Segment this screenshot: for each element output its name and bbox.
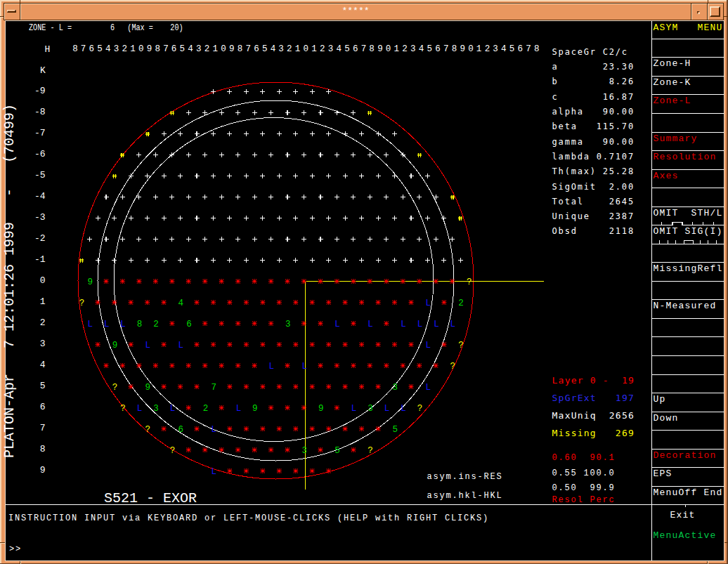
svg-text:L: L [425, 299, 431, 308]
svg-text:1: 1 [311, 44, 317, 54]
svg-text:9: 9 [318, 404, 324, 414]
svg-text:6: 6 [89, 44, 95, 54]
svg-text:9: 9 [252, 404, 258, 414]
svg-text:?: ? [112, 383, 118, 393]
svg-text:?: ? [368, 446, 373, 456]
svg-text:3: 3 [40, 339, 46, 349]
svg-text:8: 8 [155, 44, 160, 54]
svg-text:L: L [434, 320, 439, 329]
svg-text:-9: -9 [34, 86, 46, 96]
svg-text:?: ? [458, 341, 464, 350]
svg-text:L: L [87, 320, 93, 329]
svg-text:3: 3 [392, 383, 398, 393]
svg-text:2: 2 [122, 44, 127, 54]
svg-text:L: L [170, 404, 176, 414]
svg-text:1: 1 [130, 44, 136, 54]
svg-text:4: 4 [178, 299, 183, 308]
svg-text:2: 2 [287, 44, 292, 54]
svg-text:?: ? [467, 277, 472, 287]
svg-text:1: 1 [476, 44, 482, 54]
svg-text:9: 9 [377, 44, 383, 54]
svg-text:3: 3 [285, 320, 291, 329]
svg-text:2: 2 [203, 404, 209, 414]
svg-text:9: 9 [40, 465, 46, 476]
svg-text:2: 2 [40, 317, 46, 328]
svg-text:1: 1 [213, 44, 219, 54]
svg-text:4: 4 [105, 44, 111, 54]
svg-text:6: 6 [40, 402, 46, 412]
svg-text:6: 6 [178, 425, 183, 435]
svg-text:L: L [384, 404, 390, 414]
svg-text:5: 5 [509, 44, 515, 54]
svg-text:L: L [236, 404, 242, 414]
svg-text:3: 3 [301, 446, 307, 456]
svg-text:9: 9 [460, 44, 465, 54]
svg-text:1: 1 [40, 296, 46, 307]
svg-text:3: 3 [278, 44, 284, 54]
svg-text:1: 1 [295, 44, 301, 54]
svg-text:8: 8 [369, 44, 375, 54]
svg-text:6: 6 [171, 44, 177, 54]
svg-text:4: 4 [501, 44, 507, 54]
svg-text:?: ? [79, 299, 85, 308]
svg-text:9: 9 [229, 44, 235, 54]
svg-text:2: 2 [320, 44, 325, 54]
svg-text:0: 0 [386, 44, 391, 54]
svg-text:-5: -5 [34, 170, 46, 181]
svg-text:L: L [269, 362, 275, 372]
svg-text:0: 0 [40, 275, 46, 286]
svg-text:?: ? [170, 446, 176, 456]
svg-text:?: ? [417, 404, 423, 414]
svg-text:-8: -8 [34, 107, 46, 117]
svg-text:L: L [211, 425, 216, 435]
svg-text:?: ? [120, 404, 126, 414]
svg-text:L: L [178, 341, 183, 350]
svg-text:5: 5 [427, 44, 432, 54]
svg-text:2: 2 [204, 44, 210, 54]
svg-text:5: 5 [262, 44, 268, 54]
svg-text:8: 8 [137, 320, 143, 329]
svg-text:H: H [44, 44, 50, 55]
svg-text:6: 6 [353, 44, 358, 54]
svg-text:L: L [401, 404, 406, 414]
svg-text:5: 5 [180, 44, 186, 54]
svg-text:4: 4 [188, 44, 193, 54]
svg-text:9: 9 [112, 341, 118, 350]
svg-text:L: L [450, 320, 456, 329]
svg-text:4: 4 [419, 44, 424, 54]
svg-text:-1: -1 [34, 254, 46, 265]
svg-text:3: 3 [368, 404, 373, 414]
svg-text:0: 0 [138, 44, 144, 54]
svg-text:L: L [425, 341, 431, 350]
svg-text:9: 9 [147, 44, 152, 54]
svg-text:3: 3 [493, 44, 498, 54]
svg-text:8: 8 [452, 44, 457, 54]
svg-text:7: 7 [163, 44, 169, 54]
svg-text:8: 8 [238, 44, 243, 54]
svg-text:L: L [417, 320, 423, 329]
svg-text:?: ? [145, 425, 151, 435]
svg-text:-6: -6 [34, 149, 46, 159]
svg-text:2: 2 [485, 44, 490, 54]
svg-text:5: 5 [344, 44, 350, 54]
svg-text:0: 0 [221, 44, 226, 54]
svg-text:7: 7 [211, 383, 216, 393]
svg-text:3: 3 [328, 44, 334, 54]
svg-text:L: L [301, 362, 307, 372]
svg-text:4: 4 [40, 360, 46, 370]
svg-text:9: 9 [145, 383, 151, 393]
svg-text:2: 2 [153, 320, 159, 329]
svg-text:8: 8 [72, 44, 78, 54]
svg-text:9: 9 [87, 277, 93, 287]
svg-text:4: 4 [336, 44, 342, 54]
svg-text:6: 6 [435, 44, 441, 54]
svg-text:L: L [137, 404, 143, 414]
svg-text:3: 3 [153, 404, 159, 414]
svg-text:-2: -2 [34, 233, 46, 244]
svg-text:-3: -3 [34, 212, 46, 223]
svg-text:5: 5 [334, 446, 340, 456]
svg-text:7: 7 [361, 44, 367, 54]
svg-text:6: 6 [254, 44, 259, 54]
svg-text:-4: -4 [34, 191, 46, 202]
svg-text:L: L [351, 404, 357, 414]
